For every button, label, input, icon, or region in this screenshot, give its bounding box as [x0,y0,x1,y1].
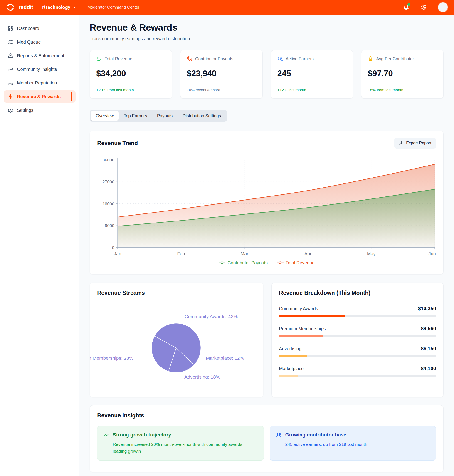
stat-value: 245 [277,69,347,78]
section-title-revenue-streams: Revenue Streams [97,290,256,296]
gear-icon [421,4,427,10]
breakdown-value: $4,100 [421,366,436,372]
sidebar: Dashboard Mod Queue Reports & Enforcemen… [0,15,79,476]
breakdown-row-marketplace: Marketplace$4,100 [279,366,436,377]
stat-value: $97.70 [368,69,437,78]
app-title: Moderator Command Center [87,5,139,10]
breakdown-row-premium-memberships: Premium Memberships$9,560 [279,326,436,338]
pie-label-advertising: Advertising: 18% [184,374,220,380]
svg-text:27000: 27000 [102,179,114,184]
users-icon [8,80,13,86]
sidebar-item-label: Revenue & Rewards [17,94,61,99]
sidebar-item-label: Reports & Enforcement [17,53,64,58]
dashboard-icon [8,26,13,31]
stat-delta: +20% from last month [96,88,166,92]
breakdown-label: Community Awards [279,306,318,311]
stat-label: Active Earners [286,56,314,61]
avatar[interactable] [438,2,448,12]
gear-icon [8,107,13,113]
insight-growth: Strong growth trajectory Revenue increas… [97,426,264,461]
pie-label-premium-memberships: Premium Memberships: 28% [90,355,134,361]
export-report-button[interactable]: Export Report [394,138,436,148]
svg-text:36000: 36000 [102,158,114,162]
sidebar-item-mod-queue[interactable]: Mod Queue [4,36,76,48]
sidebar-item-settings[interactable]: Settings [4,104,76,116]
tab-payouts[interactable]: Payouts [152,111,178,121]
progress-fill [279,375,298,377]
sidebar-item-reports[interactable]: Reports & Enforcement [4,49,76,62]
brand-name: reddit [19,4,33,10]
insight-body: Revenue increased 20% month-over-month w… [113,441,257,455]
sidebar-item-label: Member Reputation [17,80,57,86]
breakdown-row-community-awards: Community Awards$14,350 [279,306,436,317]
page-title: Revenue & Rewards [90,22,444,33]
users-icon [276,432,282,438]
settings-button[interactable] [420,3,428,11]
community-selector[interactable]: r/Technology [42,5,76,10]
revenue-trend-card: Revenue Trend Export Report 090001800027… [90,131,444,274]
svg-text:Feb: Feb [177,251,185,256]
pie-chart [97,298,256,384]
tab-top-earners[interactable]: Top Earners [119,111,152,121]
svg-text:18000: 18000 [102,201,114,206]
stat-delta: +12% this month [277,88,347,92]
pie-label-marketplace: Marketplace: 12% [206,355,244,361]
svg-text:0: 0 [112,245,114,250]
section-title-revenue-breakdown: Revenue Breakdown (This Month) [279,290,436,296]
stat-label: Avg Per Contributor [376,56,414,61]
progress-fill [279,355,307,357]
insight-contributors: Growing contributor base 245 active earn… [270,426,436,461]
tab-distribution-settings[interactable]: Distribution Settings [178,111,226,121]
insight-title: Growing contributor base [285,432,346,438]
dollar-icon [96,56,102,61]
notifications-button[interactable] [402,3,410,11]
export-report-label: Export Report [406,141,431,146]
notification-badge [408,3,410,6]
tab-overview[interactable]: Overview [91,111,119,121]
sidebar-item-member-reputation[interactable]: Member Reputation [4,77,76,89]
trending-up-icon [104,432,109,438]
legend-item: Contributor Payouts [219,260,268,265]
stat-card-active-earners: Active Earners 245 +12% this month [271,50,353,99]
chevron-down-icon [72,5,76,9]
svg-text:Jan: Jan [114,251,121,256]
progress-track [279,375,436,377]
sidebar-item-revenue-rewards[interactable]: Revenue & Rewards [4,90,76,103]
stat-value: $34,200 [96,69,166,78]
main-content: Revenue & Rewards Track community earnin… [79,15,454,476]
community-name: r/Technology [42,5,70,10]
svg-text:Mar: Mar [241,251,249,256]
breakdown-value: $6,150 [421,346,436,352]
stat-value: $23,940 [187,69,256,78]
insight-body: 245 active earners, up from 219 last mon… [285,441,430,448]
award-icon [368,56,373,61]
sidebar-item-label: Community Insights [17,67,57,72]
sidebar-item-label: Settings [17,108,33,113]
progress-fill [279,315,345,317]
svg-text:Apr: Apr [304,251,311,256]
stat-card-total-revenue: Total Revenue $34,200 +20% from last mon… [90,50,172,99]
svg-text:9000: 9000 [105,223,114,228]
stats-row: Total Revenue $34,200 +20% from last mon… [90,50,444,99]
alert-triangle-icon [8,53,13,58]
revenue-trend-chart: 09000180002700036000JanFebMarAprMayJun [97,151,436,260]
stat-label: Contributor Payouts [195,56,233,61]
legend-marker-icon [277,261,284,264]
breakdown-label: Advertising [279,346,302,351]
revenue-streams-pie: Community Awards: 42% Premium Membership… [97,298,256,384]
progress-track [279,355,436,357]
breakdown-value: $14,350 [418,306,436,312]
revenue-insights-card: Revenue Insights Strong growth trajector… [90,405,444,472]
dollar-icon [8,94,13,99]
trending-up-icon [8,67,13,72]
coins-icon [187,56,192,61]
revenue-breakdown-card: Revenue Breakdown (This Month) Community… [272,283,444,397]
sidebar-item-community-insights[interactable]: Community Insights [4,63,76,75]
svg-text:May: May [367,251,376,256]
sidebar-item-dashboard[interactable]: Dashboard [4,22,76,35]
stat-delta: +8% from last month [368,88,437,92]
stat-card-contributor-payouts: Contributor Payouts $23,940 70% revenue … [180,50,263,99]
breakdown-row-advertising: Advertising$6,150 [279,346,436,357]
stat-delta: 70% revenue share [187,88,256,92]
progress-track [279,335,436,338]
